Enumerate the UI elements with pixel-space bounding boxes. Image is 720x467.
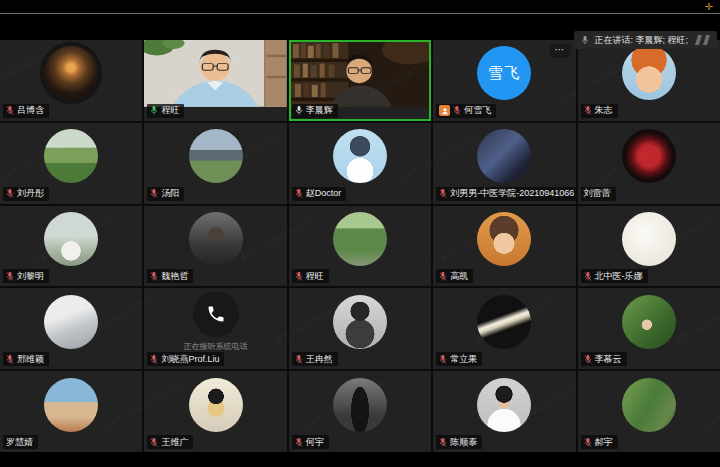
avatar-area: 正在接听系统电话 — [144, 288, 286, 355]
participant-name-label: 何宇 — [292, 435, 329, 449]
participant-tile[interactable]: 朱志 — [578, 40, 720, 121]
mic-status-icon — [6, 354, 14, 365]
participant-tile[interactable]: 罗慧婧 — [0, 371, 142, 452]
mic-status-icon — [453, 105, 461, 116]
participant-avatar — [44, 46, 98, 100]
participant-tile[interactable]: 正在接听系统电话 刘晓燕Prof.Liu — [144, 288, 286, 369]
participant-tile[interactable]: 邢维颖 — [0, 288, 142, 369]
participant-name: 刘晓燕Prof.Liu — [161, 353, 219, 366]
participant-tile[interactable]: 刘雷蕾 — [578, 123, 720, 204]
participant-name-label: 刘雷蕾 — [581, 187, 616, 201]
speaking-indicator-text: 正在讲话: 李晨辉; 程旺; — [594, 34, 688, 47]
video-feed — [289, 40, 431, 107]
participant-tile[interactable]: 常立果 — [433, 288, 575, 369]
mic-status-icon — [439, 354, 447, 365]
participant-tile[interactable]: 汤阳 — [144, 123, 286, 204]
avatar-area — [433, 288, 575, 355]
participant-tile[interactable]: 何宇 — [289, 371, 431, 452]
participant-name-label: 罗慧婧 — [3, 435, 38, 449]
participant-avatar — [622, 295, 676, 349]
more-options-button[interactable]: ⋯ — [550, 44, 570, 58]
participant-tile[interactable]: 魏艳哲 — [144, 206, 286, 287]
participant-tile[interactable]: 北中医-乐娜 — [578, 206, 720, 287]
participant-tile[interactable]: 刘男男-中医学院-20210941066 — [433, 123, 575, 204]
avatar-area — [144, 206, 286, 273]
mic-status-icon — [439, 188, 447, 199]
participant-name: 魏艳哲 — [161, 270, 188, 283]
avatar-area — [144, 371, 286, 438]
participant-name: 刘黎明 — [17, 270, 44, 283]
participant-name: 高凯 — [450, 270, 468, 283]
participant-avatar — [622, 46, 676, 100]
avatar-area — [289, 123, 431, 190]
mic-status-icon — [439, 437, 447, 448]
avatar-area — [0, 40, 142, 107]
watermark-logo-icon — [695, 35, 710, 45]
participant-avatar — [477, 295, 531, 349]
participant-name: 李晨辉 — [306, 104, 333, 117]
participant-tile[interactable]: 程旺 — [144, 40, 286, 121]
participant-tile[interactable]: 陈顺泰 — [433, 371, 575, 452]
participant-avatar — [622, 129, 676, 183]
participant-tile[interactable]: 程旺 — [289, 206, 431, 287]
participant-tile[interactable]: 高凯 — [433, 206, 575, 287]
participant-avatar — [622, 212, 676, 266]
avatar-area — [289, 371, 431, 438]
participant-name: 刘丹彤 — [17, 187, 44, 200]
avatar-area — [289, 288, 431, 355]
mic-status-icon — [295, 354, 303, 365]
participant-avatar — [189, 378, 243, 432]
participant-name-label: 刘晓燕Prof.Liu — [147, 352, 224, 366]
mic-status-icon — [150, 354, 158, 365]
participant-avatar — [477, 129, 531, 183]
participant-tile[interactable]: 赵Doctor — [289, 123, 431, 204]
participant-name: 朱志 — [595, 104, 613, 117]
participant-tile[interactable]: 刘黎明 — [0, 206, 142, 287]
participant-name-label: 朱志 — [581, 104, 618, 118]
participant-name-label: 李晨辉 — [292, 104, 338, 118]
plus-icon[interactable]: ✛ — [705, 1, 713, 12]
participant-tile[interactable]: 雪飞 何雪飞 ⋯ — [433, 40, 575, 121]
participant-tile[interactable]: 王冉然 — [289, 288, 431, 369]
avatar-area — [0, 371, 142, 438]
avatar-area — [0, 123, 142, 190]
avatar-area — [433, 371, 575, 438]
avatar-area — [144, 40, 286, 107]
participant-tile[interactable]: 李慕云 — [578, 288, 720, 369]
avatar-area — [433, 123, 575, 190]
mic-status-icon — [584, 354, 592, 365]
participant-tile[interactable]: 吕博含 — [0, 40, 142, 121]
participant-name: 刘雷蕾 — [584, 187, 611, 200]
participant-name-label: 高凯 — [436, 269, 473, 283]
participant-name: 王冉然 — [306, 353, 333, 366]
avatar-area — [578, 371, 720, 438]
participant-tile[interactable]: 刘丹彤 — [0, 123, 142, 204]
participant-name-label: 汤阳 — [147, 187, 184, 201]
host-badge-icon — [439, 105, 450, 116]
participant-avatar — [333, 129, 387, 183]
mic-status-icon — [295, 188, 303, 199]
participant-avatar — [477, 212, 531, 266]
participant-tile[interactable]: 李晨辉 — [289, 40, 431, 121]
participant-name-label: 何雪飞 — [436, 104, 496, 118]
mic-status-icon — [150, 105, 158, 116]
avatar-area — [578, 123, 720, 190]
avatar-area — [0, 288, 142, 355]
participant-avatar — [44, 378, 98, 432]
participant-name-label: 陈顺泰 — [436, 435, 482, 449]
participant-name: 罗慧婧 — [6, 436, 33, 449]
participant-name: 郝宇 — [595, 436, 613, 449]
participant-name: 邢维颖 — [17, 353, 44, 366]
participant-avatar: 雪飞 — [477, 46, 531, 100]
participant-tile[interactable]: 王维广 — [144, 371, 286, 452]
participant-name: 何雪飞 — [464, 104, 491, 117]
mic-status-icon — [6, 188, 14, 199]
avatar-area — [0, 206, 142, 273]
participant-avatar — [44, 212, 98, 266]
mic-status-icon — [584, 105, 592, 116]
participant-avatar — [193, 291, 239, 337]
mic-status-icon — [150, 188, 158, 199]
participant-tile[interactable]: 郝宇 — [578, 371, 720, 452]
participant-name: 吕博含 — [17, 104, 44, 117]
mic-status-icon — [295, 271, 303, 282]
